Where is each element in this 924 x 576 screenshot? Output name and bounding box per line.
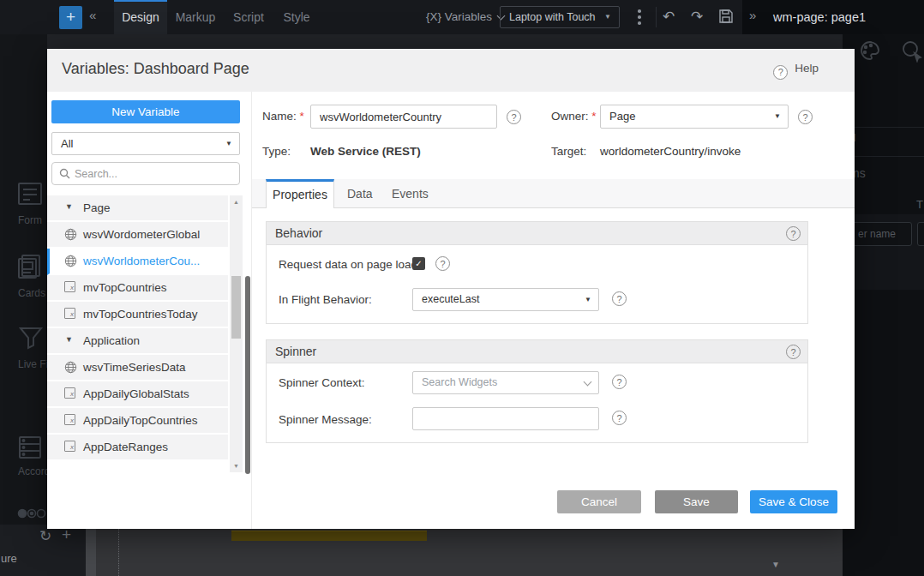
help-icon[interactable]: ? <box>612 375 627 389</box>
model-variable-icon: x <box>64 281 75 292</box>
tab-events[interactable]: Events <box>392 179 429 208</box>
variable-group-application[interactable]: ▼ Application <box>47 328 228 355</box>
spinner-section: Spinner ? Spinner Context: Search Widget… <box>266 339 808 443</box>
highlighted-canvas-element[interactable] <box>231 531 427 541</box>
variable-item-label: mvTopCountries <box>83 281 167 294</box>
add-widget-button[interactable]: + <box>59 6 82 29</box>
variables-menu-label: {X} Variables <box>426 10 492 23</box>
device-select[interactable]: Laptop with Touch ▼ <box>500 6 620 28</box>
variable-item[interactable]: wsvWordometerGlobal <box>47 222 228 249</box>
help-icon[interactable]: ? <box>786 226 801 241</box>
variable-item-selected[interactable]: wsvWorldometerCou... <box>47 249 228 275</box>
dialog-scrollbar-thumb[interactable] <box>245 276 250 474</box>
new-variable-button[interactable]: New Variable <box>51 100 240 123</box>
spinner-context-select[interactable]: Search Widgets <box>412 371 599 394</box>
tab-properties[interactable]: Properties <box>266 179 334 208</box>
variable-item-label: wsvWorldometerCou... <box>83 255 200 267</box>
help-icon[interactable]: ? <box>612 411 627 425</box>
collapse-panel-icon[interactable]: « <box>89 8 96 22</box>
tab-design[interactable]: Design <box>114 0 167 34</box>
behavior-title: Behavior <box>275 226 322 240</box>
owner-label-text: Owner: <box>551 110 589 123</box>
variable-item[interactable]: x mvTopCountries <box>47 275 228 302</box>
page-breadcrumb: wm-page: page1 <box>773 0 866 34</box>
spinner-title: Spinner <box>275 345 316 358</box>
canvas-bottom-strip: ▼ <box>86 525 843 576</box>
help-icon[interactable]: ? <box>435 256 450 271</box>
save-icon[interactable] <box>718 9 734 26</box>
name-input[interactable] <box>310 105 497 129</box>
variable-item-label: wsvWordometerGlobal <box>83 228 200 241</box>
scrollbar-thumb[interactable] <box>231 276 241 339</box>
form-widget-icon[interactable] <box>17 182 43 209</box>
required-marker: * <box>300 110 304 123</box>
caret-down-icon: ▼ <box>65 335 73 344</box>
variable-item[interactable]: x AppDailyTopCountries <box>47 408 228 435</box>
tab-script[interactable]: Script <box>226 0 271 34</box>
search-icon <box>59 168 70 179</box>
variable-filter-select[interactable]: All ▼ <box>51 132 240 155</box>
live-filter-widget-icon[interactable] <box>17 324 45 355</box>
variable-list: ▼ Page wsvWordometerGlobal wsvWorldomete… <box>47 195 251 472</box>
variable-item-label: wsvTimeSeriesData <box>83 361 186 374</box>
expand-panel-icon[interactable]: » <box>749 8 756 22</box>
spinner-message-input[interactable] <box>412 407 599 430</box>
scroll-down-icon[interactable]: ▼ <box>230 463 243 469</box>
structure-panel-label: ure <box>1 552 17 565</box>
search-input[interactable] <box>75 164 236 183</box>
cancel-button[interactable]: Cancel <box>557 490 641 513</box>
ide-screen: + « Design Markup Script Style {X} Varia… <box>0 0 924 576</box>
properties-panel: d ms T er name <box>843 34 924 576</box>
tab-data[interactable]: Data <box>347 179 373 208</box>
variable-item[interactable]: wsvTimeSeriesData <box>47 355 228 381</box>
variables-menu[interactable]: {X} Variables <box>426 0 504 34</box>
inflight-behavior-select[interactable]: executeLast ▼ <box>412 288 599 311</box>
panel-input-stub[interactable]: er name <box>850 222 912 246</box>
variable-item-label: AppDailyTopCountries <box>83 414 198 427</box>
tab-style[interactable]: Style <box>276 0 317 34</box>
caret-down-icon: ▼ <box>774 105 781 128</box>
help-icon[interactable]: ? <box>612 291 627 306</box>
variable-item[interactable]: x AppDailyGlobalStats <box>47 381 228 408</box>
accordion-widget-icon[interactable] <box>17 435 43 464</box>
caret-down-icon[interactable]: ▼ <box>771 560 780 569</box>
toolbar-divider <box>656 7 657 27</box>
help-link[interactable]: ?Help <box>773 62 819 80</box>
dialog-title: Variables: Dashboard Page <box>62 60 249 78</box>
owner-select[interactable]: Page ▼ <box>600 105 789 129</box>
redo-icon[interactable]: ↷ <box>691 0 703 34</box>
variables-dialog: Variables: Dashboard Page ?Help New Vari… <box>47 49 855 529</box>
target-label: Target: <box>551 145 586 158</box>
cards-widget-icon[interactable] <box>17 254 41 283</box>
behavior-section: Behavior ? Request data on page load ✓ ?… <box>266 221 808 324</box>
scroll-up-icon[interactable]: ▲ <box>230 199 243 205</box>
more-options-icon[interactable] <box>638 9 641 27</box>
name-label-text: Name: <box>262 110 297 123</box>
save-and-close-button[interactable]: Save & Close <box>750 490 837 513</box>
wizard-widget-icon[interactable] <box>17 507 46 523</box>
panel-divider <box>843 127 924 128</box>
refresh-icon[interactable]: ↻ <box>39 527 51 545</box>
chevron-down-icon <box>584 378 592 387</box>
palette-item-cards-label: Cards <box>18 287 45 299</box>
model-variable-icon: x <box>64 414 75 425</box>
theme-palette-icon[interactable] <box>859 39 882 66</box>
panel-fragment: T <box>916 198 923 211</box>
variable-group-page[interactable]: ▼ Page <box>47 195 228 222</box>
help-icon[interactable]: ? <box>507 110 521 124</box>
help-icon[interactable]: ? <box>798 110 813 124</box>
save-button[interactable]: Save <box>655 490 738 513</box>
required-marker: * <box>591 110 596 123</box>
type-label: Type: <box>262 145 291 158</box>
help-icon[interactable]: ? <box>786 345 801 359</box>
variable-item[interactable]: x AppDateRanges <box>47 435 228 461</box>
request-data-checkbox[interactable]: ✓ <box>412 257 425 270</box>
tab-markup[interactable]: Markup <box>170 0 221 34</box>
name-label: Name: * <box>262 105 304 129</box>
undo-icon[interactable]: ↶ <box>663 0 675 34</box>
variable-item[interactable]: x mvTopCountriesToday <box>47 302 228 328</box>
model-variable-icon: x <box>64 441 75 452</box>
panel-input-stub[interactable] <box>917 222 924 246</box>
type-value: Web Service (REST) <box>310 145 421 158</box>
inspect-element-icon[interactable] <box>901 39 923 66</box>
